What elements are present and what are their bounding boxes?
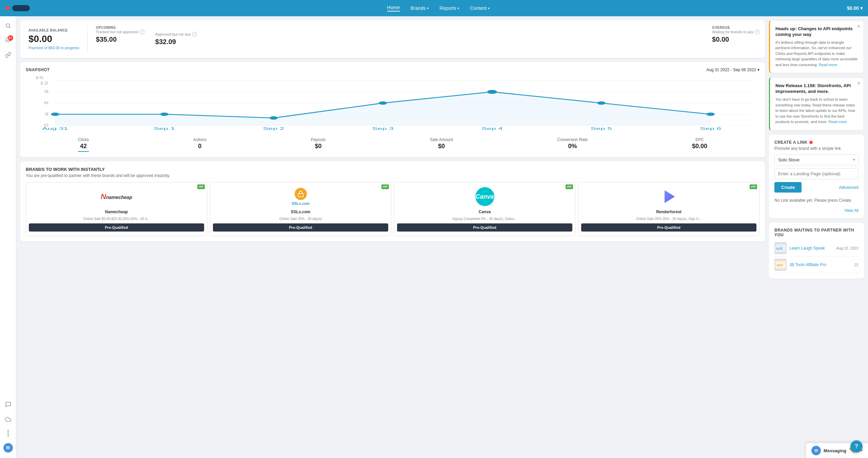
api-alert-read-more-link[interactable]: Read more	[819, 63, 837, 67]
brand-item-renderforest[interactable]: ITP	[578, 182, 760, 236]
date-range-chevron-icon: ▾	[757, 67, 760, 72]
brand-select[interactable]: Solo Stove	[774, 154, 859, 165]
top-navigation: Home Brands ▾ Reports ▾ Content ▾ $0.00 …	[0, 0, 868, 16]
waiting-brand-lls[interactable]: LLS Learn Laugh Speak Aug 22, 2022	[774, 240, 859, 257]
svg-point-17	[379, 101, 387, 105]
landing-page-input[interactable]	[774, 168, 859, 179]
snapshot-card: SNAPSHOT Aug 31 2022 - Sep 06 2022 ▾ 0 3…	[20, 62, 765, 157]
balance-chevron-icon: ▾	[860, 5, 863, 11]
svg-text:6: 6	[44, 101, 48, 105]
brand-item-namecheap[interactable]: ITP Nnamecheap Namecheap Online Sale $5.…	[26, 182, 207, 236]
metric-sale-amount: Sale Amount $0	[430, 137, 453, 152]
logo-shape	[12, 5, 30, 11]
messaging-avatar: W	[811, 446, 821, 455]
tracked-amount: $35.00	[96, 36, 144, 43]
ssls-logo: SSLs.com	[291, 186, 311, 207]
chart-svg: 0 3 6 9 12 15	[26, 76, 760, 131]
brands-card: BRANDS TO WORK WITH INSTANTLY You are pr…	[20, 161, 765, 241]
search-icon[interactable]	[4, 22, 12, 30]
more-options-icon[interactable]	[7, 430, 9, 436]
help-button[interactable]: ?	[850, 440, 863, 453]
content-chevron-icon: ▾	[488, 6, 490, 10]
renderforest-logo	[659, 186, 679, 207]
metric-conversion-rate: Conversion Rate 0%	[557, 137, 588, 152]
left-sidebar: 9+ W	[0, 16, 16, 458]
snapshot-title: SNAPSHOT	[26, 67, 50, 72]
brands-title: BRANDS TO WORK WITH INSTANTLY	[26, 167, 760, 172]
metrics-row: Clicks 42 Actions 0 Payouts $0 Sale Amou…	[26, 135, 760, 152]
overdue-label: OVERDUE	[712, 26, 760, 29]
tracked-help-icon[interactable]: ?	[140, 29, 144, 34]
svg-point-19	[597, 101, 606, 105]
right-panel: × Heads up: Changes to API endpoints com…	[769, 20, 864, 454]
nav-home[interactable]: Home	[387, 5, 400, 12]
namecheap-desc: Online Sale $5.00-$25.00,20%-50% - 30 d.…	[29, 217, 204, 221]
lls-brand-name[interactable]: Learn Laugh Speak	[789, 246, 825, 251]
svg-text:Sep 3: Sep 3	[372, 127, 394, 131]
ssls-prequalified-button[interactable]: Pre-Qualified	[213, 223, 388, 232]
release-alert-read-more-link[interactable]: Read more	[829, 120, 847, 124]
svg-point-20	[707, 113, 715, 116]
brands-chevron-icon: ▾	[427, 6, 429, 10]
lls-logo: LLS	[774, 242, 787, 254]
metric-clicks: Clicks 42	[78, 137, 89, 152]
namecheap-prequalified-button[interactable]: Pre-Qualified	[29, 223, 204, 232]
create-link-button[interactable]: Create	[774, 182, 802, 193]
upcoming-group: UPCOMING Tracked but not approved ? $35.…	[96, 26, 144, 53]
upcoming-label: UPCOMING	[96, 26, 144, 29]
overdue-section: OVERDUE Waiting for brands to pay ? $0.0…	[712, 26, 760, 53]
snapshot-chart: 0 3 6 9 12 15	[26, 76, 760, 131]
svg-line-1	[9, 27, 10, 28]
user-avatar[interactable]: W	[3, 443, 13, 453]
approved-group: Approved but not due ? $32.09	[155, 26, 197, 53]
chat-icon[interactable]	[4, 400, 12, 409]
api-alert-close-button[interactable]: ×	[857, 23, 860, 29]
payment-link[interactable]: $60.00	[48, 46, 60, 50]
advanced-link[interactable]: Advanced	[839, 185, 859, 190]
svg-text:Sep 6: Sep 6	[700, 127, 721, 131]
svg-point-14	[51, 113, 59, 116]
svg-text:JBTP: JBTP	[776, 263, 783, 266]
brand-item-canva[interactable]: ITP Canva Canva Signup Completed 0% - 30…	[394, 182, 575, 236]
waiting-brand-jb[interactable]: JBTP JB Tools Affiliate Pro 22	[774, 257, 859, 273]
release-alert-close-button[interactable]: ×	[857, 80, 860, 86]
available-balance-section: AVAILABLE BALANCE $0.00 Payment of $60.0…	[26, 26, 88, 53]
svg-text:Aug 31: Aug 31	[42, 127, 68, 131]
itp-badge: ITP	[750, 184, 757, 189]
jb-brand-name[interactable]: JB Tools Affiliate Pro	[789, 262, 826, 267]
api-alert-card: × Heads up: Changes to API endpoints com…	[769, 20, 864, 73]
brand-select-wrapper: Solo Stove ▾	[774, 154, 859, 165]
renderforest-prequalified-button[interactable]: Pre-Qualified	[581, 223, 756, 232]
logo-dot	[5, 6, 9, 10]
nav-content[interactable]: Content ▾	[470, 5, 490, 12]
namecheap-logo: Nnamecheap	[106, 186, 127, 207]
cloud-icon[interactable]	[4, 415, 12, 423]
namecheap-name: Namecheap	[105, 210, 128, 214]
main-layout: 9+ W	[0, 16, 868, 458]
brands-subtitle: You are pre-qualified to partner with th…	[26, 173, 760, 178]
svg-text:Sep 4: Sep 4	[481, 127, 503, 131]
payment-note: Payment of $60.00 in progress	[28, 46, 79, 50]
svg-text:15: 15	[35, 76, 44, 80]
itp-badge: ITP	[197, 184, 205, 189]
canva-logo: Canva	[475, 186, 495, 207]
nav-links: Home Brands ▾ Reports ▾ Content ▾	[387, 5, 490, 12]
create-link-title: CREATE A LINK	[774, 140, 859, 145]
api-alert-body: It's tedious sifting through data to wra…	[775, 40, 858, 68]
canva-desc: Signup Completed 0% - 30 day(s), Subsc..…	[397, 217, 572, 221]
renderforest-name: Renderforest	[656, 210, 682, 214]
view-all-links-link[interactable]: View All	[774, 208, 859, 213]
overdue-help-icon[interactable]: ?	[755, 29, 760, 34]
canva-prequalified-button[interactable]: Pre-Qualified	[397, 223, 572, 232]
nav-balance[interactable]: $0.00 ▾	[847, 5, 863, 11]
notifications-icon[interactable]: 9+	[5, 37, 11, 44]
nav-brands[interactable]: Brands ▾	[411, 5, 429, 12]
svg-text:Sep 2: Sep 2	[263, 127, 284, 131]
svg-rect-28	[298, 194, 303, 197]
nav-reports[interactable]: Reports ▾	[439, 5, 459, 12]
date-range-button[interactable]: Aug 31 2022 - Sep 06 2022 ▾	[706, 67, 760, 72]
left-main-content: AVAILABLE BALANCE $0.00 Payment of $60.0…	[20, 20, 765, 454]
brand-item-ssls[interactable]: ITP SSLs.com SSLs.com Online Sale 35% - …	[210, 182, 391, 236]
approved-help-icon[interactable]: ?	[192, 32, 197, 37]
link-icon[interactable]	[4, 51, 12, 59]
